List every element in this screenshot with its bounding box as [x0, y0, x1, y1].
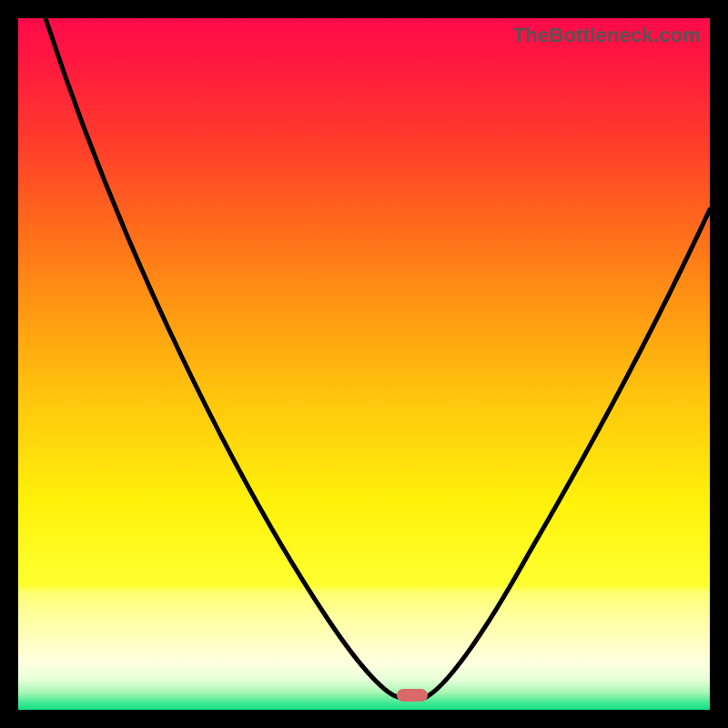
watermark-text: TheBottleneck.com	[513, 24, 701, 47]
minimum-marker	[397, 689, 428, 702]
plot-area: TheBottleneck.com	[18, 18, 710, 710]
chart-frame: TheBottleneck.com	[0, 0, 728, 728]
bottleneck-curve	[18, 18, 710, 710]
